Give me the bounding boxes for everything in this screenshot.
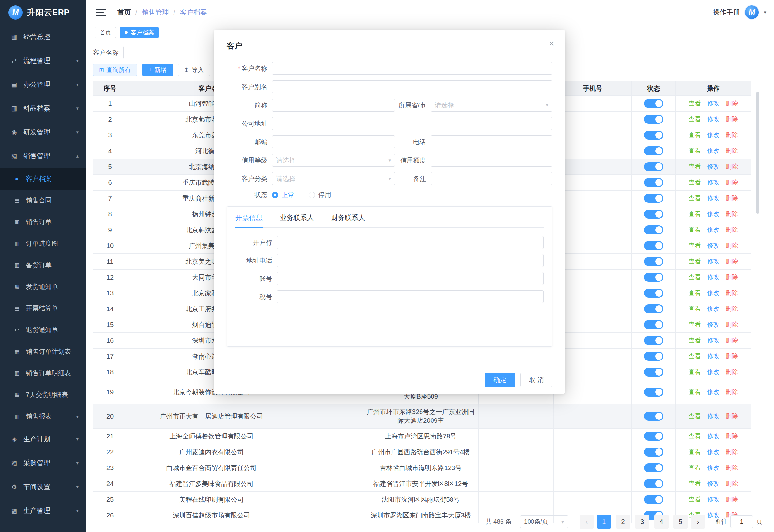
sidebar-item[interactable]: ▥ 料品档案 ▾ [0,96,86,120]
status-toggle[interactable] [644,304,663,313]
province-select[interactable]: 请选择 [431,99,552,112]
edit-link[interactable]: 修改 [707,100,719,107]
invoice-field-input[interactable] [277,272,544,285]
delete-link[interactable]: 删除 [726,433,738,439]
edit-link[interactable]: 修改 [707,211,719,217]
view-link[interactable]: 查看 [689,433,701,439]
confirm-button[interactable]: 确定 [485,373,515,387]
edit-link[interactable]: 修改 [707,147,719,154]
phone-field[interactable] [431,135,552,148]
status-toggle[interactable] [644,178,663,187]
sidebar-item[interactable]: ▦ 经营总控 [0,25,86,49]
edit-link[interactable]: 修改 [707,195,719,202]
status-toggle[interactable] [644,412,663,421]
edit-link[interactable]: 修改 [707,226,719,233]
edit-link[interactable]: 修改 [707,258,719,265]
sidebar-item[interactable]: ▥ 销售报表 ▾ [0,406,86,427]
delete-link[interactable]: 删除 [726,389,738,395]
view-link[interactable]: 查看 [689,100,701,107]
status-toggle[interactable] [644,210,663,219]
edit-link[interactable]: 修改 [707,464,719,471]
query-all-button[interactable]: ⊞ 查询所有 [93,64,137,76]
page-number-button[interactable]: 2 [616,515,630,529]
status-toggle[interactable] [644,115,663,124]
status-toggle[interactable] [644,257,663,266]
delete-link[interactable]: 删除 [726,226,738,233]
sidebar-item[interactable]: ◈ 生产计划 ▾ [0,427,86,451]
delete-link[interactable]: 删除 [726,353,738,360]
edit-link[interactable]: 修改 [707,163,719,170]
dialog-tab[interactable]: 开票信息 [235,207,263,227]
view-link[interactable]: 查看 [689,179,701,186]
close-icon[interactable]: × [549,39,554,48]
sidebar-item[interactable]: ▦ [0,523,86,532]
delete-link[interactable]: 删除 [726,163,738,170]
status-toggle[interactable] [644,320,663,329]
sidebar-item[interactable]: ▣ 销售订单 [0,211,86,233]
edit-link[interactable]: 修改 [707,389,719,395]
next-page-button[interactable]: › [691,515,705,529]
edit-link[interactable]: 修改 [707,305,719,312]
delete-link[interactable]: 删除 [726,321,738,328]
import-button[interactable]: ↥ 导入 [178,64,210,76]
add-button[interactable]: + 新增 [142,64,173,76]
edit-link[interactable]: 修改 [707,337,719,344]
status-toggle[interactable] [644,352,663,361]
view-link[interactable]: 查看 [689,211,701,217]
page-number-button[interactable]: 4 [654,515,669,529]
invoice-field-input[interactable] [277,236,544,249]
page-number-button[interactable]: 1 [597,515,611,529]
page-number-button[interactable]: 5 [673,515,688,529]
edit-link[interactable]: 修改 [707,274,719,281]
view-link[interactable]: 查看 [689,226,701,233]
edit-link[interactable]: 修改 [707,369,719,375]
view-link[interactable]: 查看 [689,353,701,360]
sidebar-item[interactable]: ↩ 退货通知单 [0,319,86,341]
view-tag[interactable]: 首页 [95,27,116,38]
avatar[interactable]: M [744,5,759,20]
sidebar-item[interactable]: ▤ 开票结算单 [0,298,86,319]
delete-link[interactable]: 删除 [726,100,738,107]
delete-link[interactable]: 删除 [726,369,738,375]
sidebar-item[interactable]: ◉ 研发管理 ▾ [0,120,86,144]
cancel-button[interactable]: 取 消 [520,373,552,387]
view-link[interactable]: 查看 [689,274,701,281]
customer-category-select[interactable]: 请选择 [272,172,395,185]
status-toggle[interactable] [644,273,663,282]
dialog-tab[interactable]: 财务联系人 [331,207,366,227]
delete-link[interactable]: 删除 [726,448,738,455]
status-toggle[interactable] [644,463,663,472]
view-link[interactable]: 查看 [689,147,701,154]
delete-link[interactable]: 删除 [726,147,738,154]
view-link[interactable]: 查看 [689,163,701,170]
status-toggle[interactable] [644,336,663,345]
delete-link[interactable]: 删除 [726,132,738,138]
status-toggle[interactable] [644,495,663,504]
short-name-field[interactable] [272,99,395,112]
status-toggle[interactable] [644,225,663,234]
delete-link[interactable]: 删除 [726,290,738,296]
sidebar-item[interactable]: ▩ 发货通知单 [0,276,86,298]
view-link[interactable]: 查看 [689,305,701,312]
status-toggle[interactable] [644,289,663,298]
delete-link[interactable]: 删除 [726,464,738,471]
goto-page-input[interactable] [730,515,753,528]
edit-link[interactable]: 修改 [707,448,719,455]
delete-link[interactable]: 删除 [726,179,738,186]
view-link[interactable]: 查看 [689,116,701,123]
status-toggle[interactable] [644,194,663,203]
delete-link[interactable]: 删除 [726,274,738,281]
company-address-field[interactable] [272,117,552,130]
delete-link[interactable]: 删除 [726,496,738,503]
view-link[interactable]: 查看 [689,496,701,503]
edit-link[interactable]: 修改 [707,433,719,439]
view-link[interactable]: 查看 [689,195,701,202]
delete-link[interactable]: 删除 [726,211,738,217]
edit-link[interactable]: 修改 [707,116,719,123]
status-toggle[interactable] [644,479,663,488]
status-toggle[interactable] [644,146,663,155]
edit-link[interactable]: 修改 [707,242,719,249]
view-link[interactable]: 查看 [689,480,701,487]
sidebar-item[interactable]: ▨ 采购管理 ▾ [0,451,86,475]
view-link[interactable]: 查看 [689,337,701,344]
